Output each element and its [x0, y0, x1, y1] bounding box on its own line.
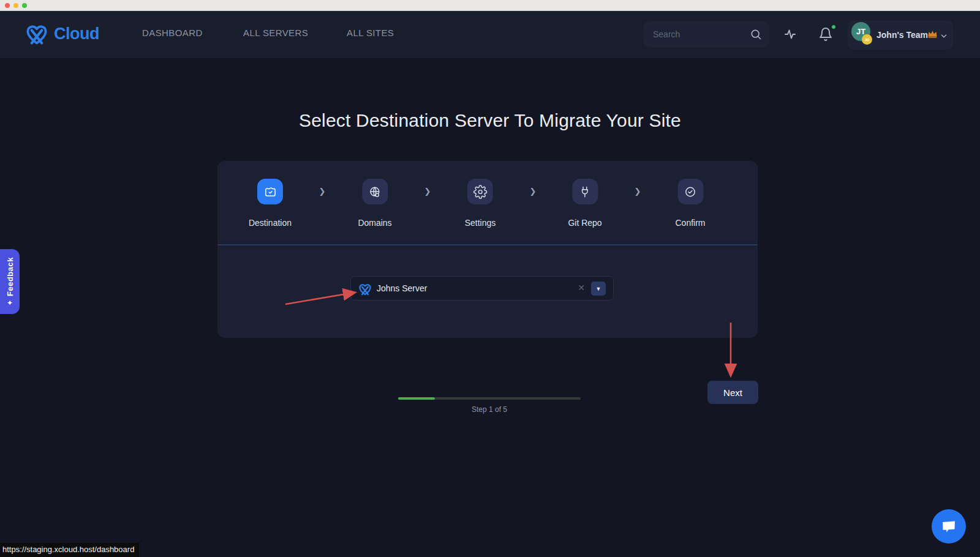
step-destination-tile[interactable]: [257, 179, 283, 204]
nav-item-dashboard[interactable]: DASHBOARD: [142, 28, 203, 38]
step-domains-tile[interactable]: [362, 179, 388, 204]
step-separator-icon: ❯: [319, 187, 326, 196]
card-divider: [217, 244, 758, 245]
step-domains: Domains: [358, 179, 391, 228]
window-minimize-button[interactable]: [13, 3, 18, 8]
chat-bubble-icon: [940, 518, 957, 534]
step-git-repo-label: Git Repo: [568, 218, 601, 228]
feedback-tab[interactable]: Feedback ✦: [0, 249, 20, 314]
gear-icon: [473, 185, 488, 199]
selected-server-name: Johns Server: [377, 283, 427, 293]
crown-icon: [927, 29, 938, 39]
folder-check-icon: [263, 185, 277, 199]
nav-item-all-sites[interactable]: ALL SITES: [347, 28, 394, 38]
progress-fill: [398, 397, 435, 400]
step-git-repo: Git Repo: [568, 179, 601, 228]
progress-step-label: Step 1 of 5: [398, 405, 581, 414]
clear-selection-icon[interactable]: ✕: [578, 283, 585, 293]
step-destination-label: Destination: [249, 218, 292, 228]
xcloud-logo[interactable]: Cloud: [23, 21, 99, 47]
step-settings-tile[interactable]: [467, 179, 493, 204]
sparkles-icon: ✦: [7, 300, 13, 306]
window-close-button[interactable]: [5, 3, 10, 8]
top-navbar: Cloud DASHBOARD ALL SERVERS ALL SITES JT…: [0, 11, 980, 58]
step-git-repo-tile[interactable]: [572, 179, 598, 204]
step-destination: Destination: [249, 179, 292, 228]
team-name: John's Team: [876, 30, 928, 40]
next-button[interactable]: Next: [707, 381, 758, 404]
nav-item-all-servers[interactable]: ALL SERVERS: [243, 28, 308, 38]
step-separator-icon: ❯: [530, 187, 537, 196]
user-avatar-badge: JD: [862, 34, 872, 45]
team-menu[interactable]: JT JD John's Team: [848, 20, 953, 50]
step-domains-label: Domains: [358, 218, 391, 228]
notification-status-dot: [831, 24, 836, 29]
step-confirm-tile[interactable]: [677, 179, 703, 204]
select-dropdown-button[interactable]: ▼: [591, 282, 606, 296]
brand-name: Cloud: [54, 24, 99, 43]
step-separator-icon: ❯: [635, 187, 641, 196]
search-box: [643, 21, 769, 47]
search-icon[interactable]: [750, 28, 762, 40]
activity-icon[interactable]: [783, 27, 797, 42]
check-circle-icon: [683, 185, 697, 199]
chevron-down-icon[interactable]: [940, 32, 948, 40]
caret-down-icon: ▼: [596, 286, 601, 292]
step-confirm-label: Confirm: [675, 218, 705, 228]
window-zoom-button[interactable]: [22, 3, 27, 8]
xcloud-server-icon: [357, 281, 373, 297]
destination-server-select[interactable]: Johns Server ✕ ▼: [350, 276, 614, 301]
status-url-overlay: https://staging.xcloud.host/dashboard: [0, 543, 139, 557]
step-confirm: Confirm: [675, 179, 705, 228]
step-settings: Settings: [465, 179, 496, 228]
notifications-bell-icon[interactable]: [818, 27, 833, 42]
search-input[interactable]: [653, 21, 745, 47]
plug-icon: [578, 185, 592, 199]
feedback-label: Feedback: [6, 257, 15, 296]
globe-icon: [368, 185, 382, 199]
step-settings-label: Settings: [465, 218, 496, 228]
page-title: Select Destination Server To Migrate You…: [0, 110, 980, 131]
step-separator-icon: ❯: [424, 187, 431, 196]
migration-wizard-card: Destination ❯ Domains ❯ Settings ❯: [217, 161, 758, 338]
xcloud-logo-icon: [23, 21, 50, 47]
chat-launcher-button[interactable]: [932, 509, 966, 544]
progress-bar: [398, 397, 581, 400]
window-titlebar: [0, 0, 980, 11]
